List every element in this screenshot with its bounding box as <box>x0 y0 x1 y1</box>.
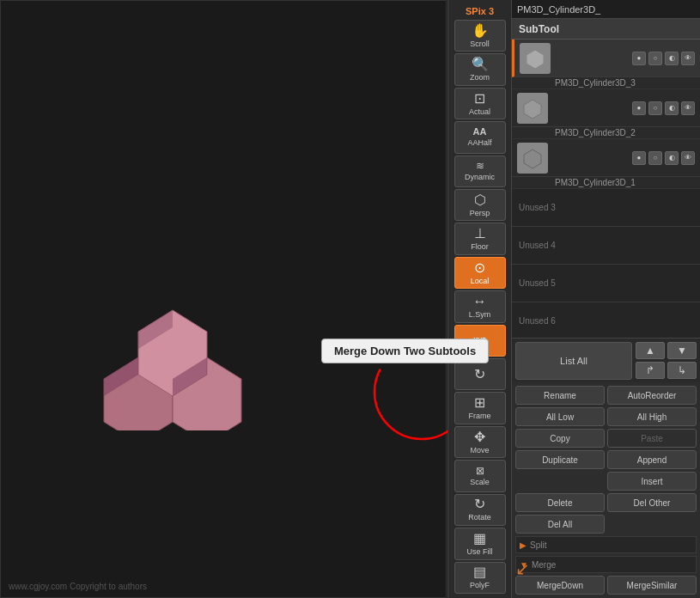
lsym-button[interactable]: ↔ L.Sym <box>454 290 506 322</box>
persp-button[interactable]: ⬡ Persp <box>454 189 506 221</box>
arrow-group: ▲ ▼ ↱ ↳ <box>636 342 697 379</box>
svg-marker-8 <box>524 100 541 119</box>
frame-label: Frame <box>468 412 490 420</box>
unused-3[interactable]: Unused 3 <box>512 189 700 227</box>
bottom-buttons: Rename AutoReorder All Low All High Copy… <box>512 382 700 598</box>
autoreorder-button[interactable]: AutoReorder <box>607 386 697 405</box>
duplicate-button[interactable]: Duplicate <box>515 450 605 469</box>
scale-icon: ⊠ <box>476 466 484 476</box>
persp-label: Persp <box>470 209 490 217</box>
lock-btn-1[interactable]: ◐ <box>665 52 679 65</box>
rotate2-icon: ↻ <box>474 368 485 381</box>
rename-button[interactable]: Rename <box>515 386 605 405</box>
frame-button[interactable]: ⊞ Frame <box>454 392 506 424</box>
polyfill-icon: ▤ <box>473 565 486 579</box>
polyfill-label: PolyF <box>470 581 490 589</box>
toolbar: SPix 3 ✋ Scroll 🔍 Zoom ⊡ Actual AA AAHal… <box>447 0 512 598</box>
top-input[interactable]: PM3D_Cylinder3D_ <box>512 0 700 19</box>
eye-btn-3[interactable]: ● <box>632 151 646 165</box>
paste-button[interactable]: Paste <box>607 429 697 448</box>
svg-marker-7 <box>527 50 544 69</box>
move-label: Move <box>470 446 489 455</box>
dynamic-icon: ≋ <box>476 161 484 171</box>
solo-btn-3[interactable]: ○ <box>648 151 662 165</box>
toolbar-header: SPix 3 <box>462 4 497 18</box>
scale-button[interactable]: ⊠ Scale <box>454 460 506 491</box>
subtool-controls-3: ● ○ ◐ 👁 <box>632 151 695 165</box>
actual-label: Actual <box>469 107 490 116</box>
persp-icon: ⬡ <box>474 193 486 207</box>
lock-btn-2[interactable]: ◐ <box>665 101 679 115</box>
polyfill-button[interactable]: ▤ PolyF <box>454 562 506 594</box>
subtool-thumb-3 <box>517 143 548 174</box>
dynamic-label: Dynamic <box>465 173 495 181</box>
scroll-icon: ✋ <box>472 24 489 38</box>
actual-button[interactable]: ⊡ Actual <box>454 88 506 119</box>
vis-btn-3[interactable]: 👁 <box>681 151 695 165</box>
use-fill-button[interactable]: ▦ Use Fill <box>454 528 506 559</box>
rotate-label: Rotate <box>468 513 491 522</box>
subtool-item-1[interactable]: ● ○ ◐ 👁 <box>512 40 700 77</box>
right-panel: PM3D_Cylinder3D_ SubTool ● ○ ◐ 👁 PM3D_Cy… <box>512 0 700 598</box>
move-icon: ✥ <box>474 430 485 444</box>
aahalf-button[interactable]: AA AAHalf <box>454 121 506 153</box>
zoom-button[interactable]: 🔍 Zoom <box>454 53 506 85</box>
subtool-list[interactable]: ● ○ ◐ 👁 PM3D_Cylinder3D_3 ● ○ ◐ 👁 PM3D_C… <box>512 40 700 338</box>
move-button[interactable]: ✥ Move <box>454 426 506 458</box>
insert-button[interactable]: Insert <box>607 472 697 491</box>
all-low-button[interactable]: All Low <box>515 407 605 426</box>
unused-5[interactable]: Unused 5 <box>512 265 700 302</box>
all-high-button[interactable]: All High <box>607 407 697 426</box>
eye-btn-1[interactable]: ● <box>632 52 646 65</box>
copy-button[interactable]: Copy <box>515 429 605 448</box>
frame-icon: ⊞ <box>474 396 485 410</box>
local-label: Local <box>471 277 490 285</box>
unused-6[interactable]: Unused 6 <box>512 302 700 338</box>
del-other-button[interactable]: Del Other <box>607 493 697 512</box>
vis-btn-1[interactable]: 👁 <box>681 52 695 65</box>
vis-btn-2[interactable]: 👁 <box>681 101 695 115</box>
append-button[interactable]: Append <box>607 450 697 469</box>
use-fill-label: Use Fill <box>466 547 492 556</box>
split-section[interactable]: ▶ Split <box>515 536 697 553</box>
floor-label: Floor <box>471 242 489 251</box>
floor-icon: ⊥ <box>474 227 486 241</box>
merge-similar-button[interactable]: MergeSimilar <box>607 576 697 595</box>
subtool-item-2[interactable]: ● ○ ◐ 👁 <box>512 89 700 127</box>
solo-btn-2[interactable]: ○ <box>648 101 662 115</box>
zoom-label: Zoom <box>470 73 490 82</box>
lock-btn-3[interactable]: ◐ <box>665 151 679 165</box>
delete-button[interactable]: Delete <box>515 493 605 512</box>
list-controls: List All ▲ ▼ ↱ ↳ <box>512 338 700 382</box>
list-all-button[interactable]: List All <box>515 342 632 380</box>
local-button[interactable]: ⊙ Local <box>454 257 506 289</box>
subtool-item-3[interactable]: ● ○ ◐ 👁 <box>512 139 700 177</box>
dynamic-button[interactable]: ≋ Dynamic <box>454 156 506 187</box>
aahalf-label: AAHalf <box>467 138 491 147</box>
arrow-up-button[interactable]: ▲ <box>636 342 665 359</box>
arrow-down-button[interactable]: ▼ <box>667 342 697 359</box>
scroll-button[interactable]: ✋ Scroll <box>454 20 506 52</box>
merge-section[interactable]: ▼ Merge <box>515 556 697 573</box>
subtool-name-2: PM3D_Cylinder3D_2 <box>512 127 700 139</box>
unused-4[interactable]: Unused 4 <box>512 227 700 265</box>
arrow-right-button[interactable]: ↱ <box>636 362 665 379</box>
subtool-name-1: PM3D_Cylinder3D_3 <box>512 77 700 89</box>
arrow-indent-button[interactable]: ↳ <box>667 362 697 379</box>
subtool-name-3: PM3D_Cylinder3D_1 <box>512 177 700 189</box>
use-fill-icon: ▦ <box>473 532 486 546</box>
subtool-controls-2: ● ○ ◐ 👁 <box>632 101 695 115</box>
subtool-label: SubTool <box>519 23 559 35</box>
aahalf-icon: AA <box>473 127 487 137</box>
merge-arrow-indicator: ↙ <box>515 558 530 579</box>
subtool-thumb-1 <box>520 43 551 74</box>
lsym-label: L.Sym <box>469 310 491 319</box>
del-all-button[interactable]: Del All <box>515 515 605 534</box>
rotate-button[interactable]: ↻ Rotate <box>454 494 506 526</box>
solo-btn-1[interactable]: ○ <box>648 52 662 65</box>
floor-button[interactable]: ⊥ Floor <box>454 223 506 254</box>
top-input-value: PM3D_Cylinder3D_ <box>517 4 600 15</box>
watermark: www.cgjoy.com Copyright to authors <box>9 582 147 591</box>
eye-btn-2[interactable]: ● <box>632 101 646 115</box>
rotate-icon: ↻ <box>474 497 485 511</box>
